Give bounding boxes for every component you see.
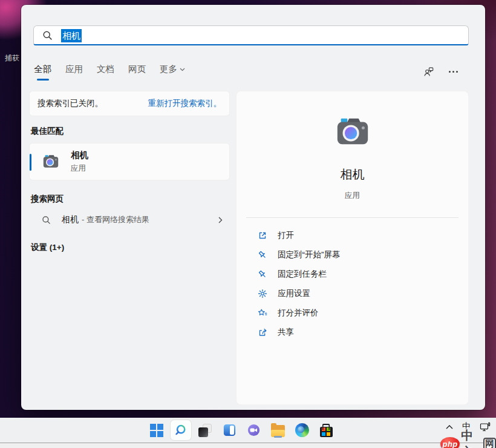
search-icon <box>42 216 51 225</box>
best-match-title: 相机 <box>71 150 88 161</box>
star-rate-icon <box>258 308 267 318</box>
widgets-icon <box>223 423 237 437</box>
watermark-php-badge: php <box>440 437 460 448</box>
chevron-right-icon <box>218 217 223 223</box>
search-filter-tabs: 全部 应用 文档 网页 更多 <box>34 64 185 81</box>
share-icon <box>258 328 267 337</box>
watermark-text: 中文 <box>461 427 483 448</box>
web-search-result-row[interactable]: 相机 - 查看网络搜索结果 <box>29 208 230 231</box>
preview-app-name: 相机 <box>341 166 365 183</box>
pin-icon <box>258 269 267 279</box>
preview-app-type: 应用 <box>345 191 360 201</box>
search-icon <box>42 30 53 41</box>
folder-icon <box>271 425 285 437</box>
search-input[interactable]: 相机 <box>33 25 469 45</box>
task-view-button[interactable] <box>193 418 217 443</box>
camera-app-icon <box>42 153 60 171</box>
search-query-selected-text: 相机 <box>61 29 82 42</box>
open-external-icon <box>258 231 267 240</box>
tab-apps[interactable]: 应用 <box>65 64 83 81</box>
windows-logo-icon <box>150 424 163 437</box>
section-search-web: 搜索网页 <box>29 194 230 205</box>
best-match-result-camera[interactable]: 相机 应用 <box>29 143 230 180</box>
camera-app-icon-large <box>334 113 371 151</box>
tab-all[interactable]: 全部 <box>34 64 51 81</box>
action-share[interactable]: 共享 <box>237 323 468 342</box>
microsoft-store-icon <box>320 427 333 437</box>
banner-message: 搜索索引已关闭。 <box>38 98 103 109</box>
widgets-button[interactable] <box>217 418 241 443</box>
app-preview-pane: 相机 应用 打开 固定到“开始”屏幕 固定到任务栏 <box>236 91 469 405</box>
divider <box>246 217 458 218</box>
pin-icon <box>258 250 267 260</box>
selection-accent-bar <box>30 154 31 171</box>
action-app-settings[interactable]: 应用设置 <box>237 284 468 303</box>
section-best-match: 最佳匹配 <box>29 126 230 137</box>
watermark-net-box: 网 <box>483 438 496 448</box>
file-explorer-button[interactable] <box>266 418 290 443</box>
tab-web[interactable]: 网页 <box>128 64 146 81</box>
search-flyout-panel: 相机 全部 应用 文档 网页 更多 搜索索引已关闭。 重新打开搜索索引。 最佳匹… <box>21 5 485 410</box>
chevron-down-icon <box>180 68 185 71</box>
user-feedback-icon[interactable] <box>423 66 434 77</box>
task-view-icon <box>198 424 212 437</box>
php-chinese-site-watermark: php 中文 网 <box>440 427 496 448</box>
taskbar-search-button[interactable] <box>169 418 193 443</box>
desktop-shortcut-label[interactable]: 捕获 <box>5 53 21 64</box>
chat-button[interactable] <box>241 418 266 443</box>
search-index-banner: 搜索索引已关闭。 重新打开搜索索引。 <box>29 91 230 116</box>
taskbar: 中 <box>0 418 496 443</box>
reopen-index-link[interactable]: 重新打开搜索索引。 <box>148 98 222 109</box>
search-icon <box>174 423 188 438</box>
edge-button[interactable] <box>290 418 314 443</box>
start-button[interactable] <box>145 418 169 443</box>
more-options-icon[interactable] <box>448 70 458 73</box>
web-search-description: - 查看网络搜索结果 <box>82 214 149 225</box>
tab-more[interactable]: 更多 <box>160 64 185 81</box>
gear-icon <box>258 289 267 298</box>
section-settings: 设置 (1+) <box>29 242 230 253</box>
chat-icon <box>247 423 261 437</box>
best-match-type: 应用 <box>71 163 88 174</box>
tab-documents[interactable]: 文档 <box>97 64 114 81</box>
action-pin-to-taskbar[interactable]: 固定到任务栏 <box>237 265 468 284</box>
web-search-query: 相机 <box>62 214 79 225</box>
store-button[interactable] <box>314 418 338 443</box>
action-pin-to-start[interactable]: 固定到“开始”屏幕 <box>237 245 468 265</box>
action-rate-review[interactable]: 打分并评价 <box>237 303 468 323</box>
screenshot-margin <box>0 443 496 448</box>
action-open[interactable]: 打开 <box>237 226 468 245</box>
edge-icon <box>295 423 309 437</box>
